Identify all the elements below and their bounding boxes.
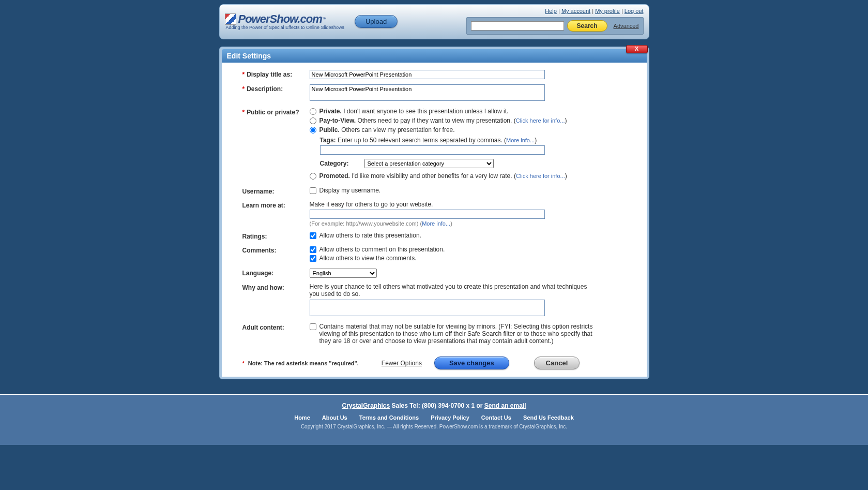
radio-pay[interactable] — [310, 117, 316, 124]
header-bar: PowerShow.com ™ Adding the Power of Spec… — [219, 4, 649, 39]
username-check-label: Display my username. — [319, 187, 381, 194]
search-button[interactable]: Search — [567, 20, 607, 32]
public-label: Public. Others can view my presentation … — [319, 126, 455, 133]
label-why: Why and how: — [242, 284, 284, 291]
checkbox-ratings[interactable] — [310, 232, 316, 239]
label-learn-more: Learn more at: — [242, 202, 285, 209]
footer-link-contact[interactable]: Contact Us — [481, 414, 511, 421]
close-button[interactable]: X — [626, 45, 648, 53]
checkbox-adult[interactable] — [310, 323, 316, 330]
language-select[interactable]: English — [310, 269, 377, 278]
logo[interactable]: PowerShow.com ™ Adding the Power of Spec… — [225, 12, 344, 30]
footer-link-about[interactable]: About Us — [322, 414, 347, 421]
label-adult: Adult content: — [242, 324, 284, 331]
tags-label: Tags: Enter up to 50 relevant search ter… — [320, 137, 537, 144]
view-comments-label: Allow others to view the comments. — [319, 255, 417, 262]
tags-info-link[interactable]: More info... — [506, 137, 535, 143]
category-select[interactable]: Select a presentation category — [364, 159, 494, 168]
pay-label: Pay-to-View. Others need to pay if they … — [319, 117, 567, 124]
fewer-options-link[interactable]: Fewer Options — [382, 360, 422, 367]
footer-sales: Sales Tel: (800) 394-0700 x 1 or — [390, 402, 484, 409]
upload-button[interactable]: Upload — [355, 15, 398, 28]
logo-subtitle: Adding the Power of Special Effects to O… — [226, 25, 344, 30]
why-hint: Here is your chance to tell others what … — [310, 283, 589, 298]
footer: CrystalGraphics Sales Tel: (800) 394-070… — [0, 395, 868, 445]
cancel-button[interactable]: Cancel — [534, 357, 580, 369]
footer-links: Home About Us Terms and Conditions Priva… — [0, 414, 868, 421]
footer-link-feedback[interactable]: Send Us Feedback — [523, 414, 574, 421]
promoted-label: Promoted. I'd like more visibility and o… — [319, 172, 567, 180]
footer-copyright: Copyright 2017 CrystalGraphics, Inc. — A… — [0, 424, 868, 429]
panel-title-bar: Edit Settings X — [222, 49, 647, 63]
label-username: Username: — [242, 188, 275, 195]
footer-cg-link[interactable]: CrystalGraphics — [342, 402, 390, 409]
adult-text: Contains material that may not be suitab… — [319, 323, 599, 345]
top-links: Help | My account | My profile | Log out — [545, 8, 643, 14]
link-my-profile[interactable]: My profile — [595, 8, 620, 14]
ratings-check-label: Allow others to rate this presentation. — [319, 232, 421, 239]
advanced-link[interactable]: Advanced — [614, 23, 639, 29]
search-input[interactable] — [471, 21, 564, 31]
footer-link-home[interactable]: Home — [294, 414, 310, 421]
label-display-title: Display title as: — [247, 71, 292, 78]
settings-panel: Edit Settings X *Display title as: *Desc… — [219, 47, 649, 379]
radio-promoted[interactable] — [310, 173, 316, 180]
website-info-link[interactable]: More info... — [422, 220, 450, 227]
panel-title: Edit Settings — [227, 52, 271, 60]
promoted-info-link[interactable]: Click here for info... — [516, 173, 565, 179]
checkbox-username[interactable] — [310, 187, 316, 194]
allow-comment-label: Allow others to comment on this presenta… — [319, 246, 445, 253]
pay-info-link[interactable]: Click here for info... — [516, 117, 565, 124]
display-title-input[interactable] — [310, 70, 545, 79]
logo-tm: ™ — [322, 17, 327, 22]
link-my-account[interactable]: My account — [561, 8, 590, 14]
why-input[interactable] — [310, 300, 545, 316]
description-input[interactable]: New Microsoft PowerPoint Presentation — [310, 84, 545, 101]
checkbox-allow-comment[interactable] — [310, 246, 316, 253]
website-input[interactable] — [310, 210, 545, 219]
label-comments: Comments: — [242, 247, 277, 254]
logo-text: PowerShow.com — [238, 12, 322, 26]
tags-input[interactable] — [320, 145, 545, 155]
radio-private[interactable] — [310, 108, 316, 115]
category-label: Category: — [320, 160, 349, 167]
checkbox-view-comments[interactable] — [310, 255, 316, 262]
learn-more-example: (For example: http://www.yourwebsite.com… — [310, 220, 626, 227]
label-ratings: Ratings: — [242, 233, 267, 240]
logo-icon — [225, 13, 236, 25]
learn-more-hint: Make it easy for others to go to your we… — [310, 201, 626, 208]
search-bar: Search Advanced — [466, 17, 644, 35]
link-log-out[interactable]: Log out — [625, 8, 644, 14]
radio-public[interactable] — [310, 127, 316, 133]
link-help[interactable]: Help — [545, 8, 557, 14]
label-language: Language: — [242, 270, 274, 277]
label-description: Description: — [247, 85, 283, 93]
save-button[interactable]: Save changes — [434, 357, 509, 369]
footer-email-link[interactable]: Send an email — [484, 402, 526, 409]
footer-link-terms[interactable]: Terms and Conditions — [359, 414, 419, 421]
private-label: Private. I don't want anyone to see this… — [319, 108, 509, 115]
label-privacy: Public or private? — [247, 109, 299, 116]
footer-link-privacy[interactable]: Privacy Policy — [431, 414, 469, 421]
required-note: * Note: The red asterisk means "required… — [242, 360, 359, 366]
